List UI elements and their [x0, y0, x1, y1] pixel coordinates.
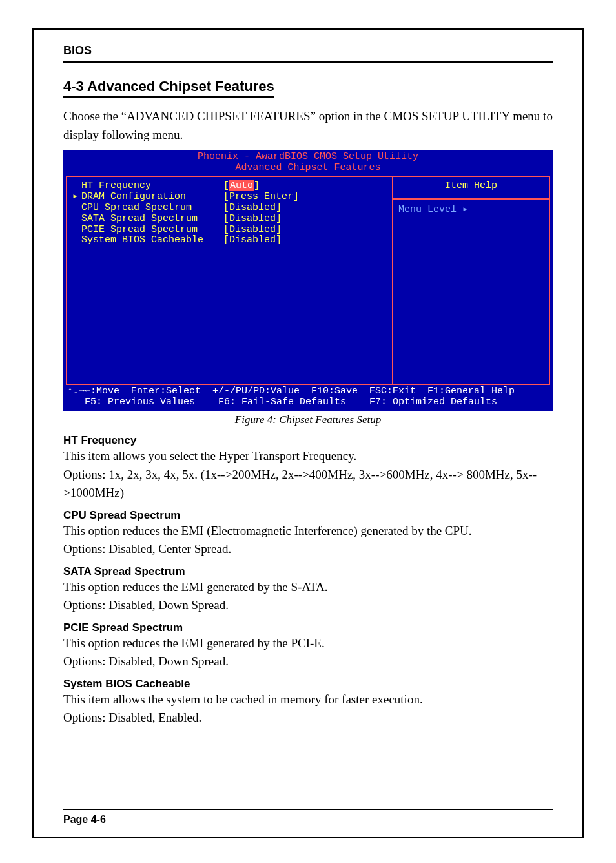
desc-pcie-spread-2: Options: Disabled, Down Spread. [63, 652, 553, 671]
desc-sata-spread-1: This option reduces the EMI generated by… [63, 578, 553, 597]
intro-paragraph: Choose the “ADVANCED CHIPSET FEATURES” o… [63, 107, 553, 145]
desc-cpu-spread-2: Options: Disabled, Center Spread. [63, 540, 553, 559]
heading-ht-frequency: HT Frequency [63, 434, 553, 447]
running-header: BIOS [63, 44, 553, 63]
heading-cpu-spread: CPU Spread Spectrum [63, 509, 553, 522]
page-frame: BIOS 4-3 Advanced Chipset Features Choos… [32, 28, 584, 838]
bios-options-panel: HT Frequency[Auto] ▸DRAM Configuration[P… [66, 177, 392, 384]
heading-sata-spread: SATA Spread Spectrum [63, 565, 553, 578]
bios-title: Phoenix - AwardBIOS CMOS Setup Utility [63, 150, 553, 163]
bios-screenshot: Phoenix - AwardBIOS CMOS Setup Utility A… [63, 150, 553, 411]
desc-cpu-spread-1: This option reduces the EMI (Electromagn… [63, 522, 553, 541]
bios-subtitle: Advanced Chipset Features [63, 163, 553, 174]
bios-row-sata-spread-spectrum[interactable]: SATA Spread Spectrum[Disabled] [72, 214, 387, 225]
bios-help-panel: Item Help Menu Level ▸ [392, 177, 550, 384]
heading-pcie-spread: PCIE Spread Spectrum [63, 621, 553, 634]
bios-menu-level: Menu Level ▸ [393, 198, 549, 216]
heading-bios-cacheable: System BIOS Cacheable [63, 678, 553, 691]
desc-bios-cacheable-1: This item allows the system to be cached… [63, 691, 553, 709]
bios-row-ht-frequency[interactable]: HT Frequency[Auto] [72, 181, 387, 192]
desc-pcie-spread-1: This option reduces the EMI generated by… [63, 634, 553, 653]
section-title: 4-3 Advanced Chipset Features [63, 78, 274, 98]
bios-row-system-bios-cacheable[interactable]: System BIOS Cacheable[Disabled] [72, 235, 387, 246]
desc-bios-cacheable-2: Options: Disabled, Enabled. [63, 709, 553, 727]
desc-ht-frequency-2: Options: 1x, 2x, 3x, 4x, 5x. (1x-->200MH… [63, 466, 553, 503]
desc-sata-spread-2: Options: Disabled, Down Spread. [63, 596, 553, 615]
desc-ht-frequency-1: This item allows you select the Hyper Tr… [63, 447, 553, 466]
bios-row-dram-configuration[interactable]: ▸DRAM Configuration[Press Enter] [72, 192, 387, 203]
bios-row-pcie-spread-spectrum[interactable]: PCIE Spread Spectrum[Disabled] [72, 225, 387, 236]
bios-footer: ↑↓→←:Move Enter:Select +/-/PU/PD:Value F… [63, 385, 553, 411]
page-number: Page 4-6 [63, 809, 553, 826]
figure-caption: Figure 4: Chipset Features Setup [63, 413, 553, 426]
bios-item-help: Item Help [398, 181, 544, 192]
bios-row-cpu-spread-spectrum[interactable]: CPU Spread Spectrum[Disabled] [72, 203, 387, 214]
